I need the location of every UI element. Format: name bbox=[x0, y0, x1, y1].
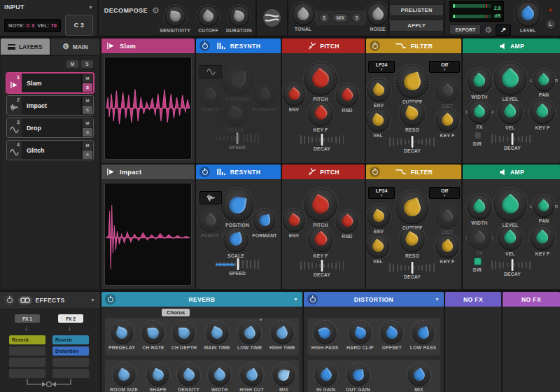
layer-item-impact[interactable]: 2ImpactMS bbox=[6, 95, 94, 115]
keyf-knob[interactable] bbox=[309, 102, 332, 125]
export-arrow-button[interactable]: ↗ bbox=[496, 24, 511, 36]
limiter-button[interactable]: L bbox=[545, 19, 556, 29]
noise-knob[interactable] bbox=[368, 4, 388, 24]
dir-toggle[interactable] bbox=[474, 258, 482, 265]
position-knob[interactable] bbox=[222, 64, 253, 94]
fx-slot-reverb[interactable]: Reverb bbox=[9, 335, 46, 344]
layer-solo-button[interactable]: S bbox=[83, 83, 92, 92]
layer-item-drop[interactable]: 3DropMS bbox=[6, 118, 94, 138]
reso-knob[interactable] bbox=[401, 228, 424, 251]
dist-knob[interactable] bbox=[437, 80, 458, 102]
resynth-power-button[interactable] bbox=[200, 167, 210, 177]
decay-slider[interactable] bbox=[389, 137, 435, 146]
env-knob[interactable] bbox=[368, 206, 389, 227]
solo-noise-button[interactable]: S bbox=[351, 13, 362, 23]
sensitivity-knob[interactable] bbox=[166, 7, 185, 26]
pitch-knob[interactable] bbox=[305, 64, 336, 94]
fx2-tab[interactable]: FX 2 bbox=[58, 314, 83, 323]
apply-button[interactable]: APPLY bbox=[389, 20, 444, 31]
layer-solo-button[interactable]: S bbox=[83, 106, 92, 114]
amp-header[interactable]: AMP bbox=[463, 38, 560, 53]
vel-knob[interactable] bbox=[368, 110, 388, 131]
keyf-knob[interactable] bbox=[309, 228, 332, 251]
layer-mute-button[interactable]: M bbox=[83, 74, 92, 83]
reverb-header[interactable]: REVERB ▼ bbox=[102, 292, 302, 307]
purity-knob[interactable] bbox=[200, 211, 220, 231]
predelay-knob[interactable] bbox=[112, 323, 132, 343]
high-pass-knob[interactable] bbox=[315, 323, 335, 343]
decay-slider-handle[interactable] bbox=[412, 136, 414, 148]
cutoff-knob[interactable] bbox=[199, 7, 218, 26]
mix-knob[interactable] bbox=[409, 365, 429, 385]
fx-slot-empty[interactable] bbox=[52, 358, 89, 367]
duration-knob[interactable] bbox=[230, 7, 248, 26]
layer-header-impact[interactable]: Impact bbox=[102, 164, 195, 179]
filter-power-button[interactable] bbox=[370, 167, 380, 177]
purity-knob[interactable] bbox=[200, 85, 220, 105]
pitch-knob[interactable] bbox=[305, 190, 336, 220]
resynth-header[interactable]: RESYNTH bbox=[196, 164, 281, 179]
decay-slider-handle[interactable] bbox=[412, 262, 414, 274]
speed-slider-handle[interactable] bbox=[237, 258, 239, 270]
decay-slider[interactable] bbox=[300, 135, 344, 144]
export-button[interactable]: EXPORT bbox=[449, 24, 481, 35]
vel-knob[interactable] bbox=[499, 227, 522, 249]
pan-knob[interactable] bbox=[534, 71, 554, 90]
high-cut-knob[interactable] bbox=[241, 365, 262, 385]
out-gain-knob[interactable] bbox=[348, 365, 368, 385]
dist_mode-dropdown[interactable]: Off▼ bbox=[429, 61, 460, 73]
filter-power-button[interactable] bbox=[370, 41, 380, 51]
filter-header[interactable]: FILTER bbox=[366, 38, 461, 53]
keyf-knob[interactable] bbox=[531, 101, 554, 123]
low-time-knob[interactable]: ▼ bbox=[239, 323, 260, 343]
layer-solo-button[interactable]: S bbox=[83, 150, 92, 159]
layer-item-glitch[interactable]: 4GlitchMS bbox=[6, 140, 94, 160]
type-dropdown[interactable]: LP24▼ bbox=[368, 187, 395, 199]
chorus-badge[interactable]: Chorus bbox=[162, 309, 190, 316]
level-knob[interactable] bbox=[495, 64, 526, 94]
prelisten-button[interactable]: PRELISTEN bbox=[389, 4, 444, 16]
low-pass-knob[interactable] bbox=[413, 323, 433, 343]
no-fx-3-header[interactable]: NO FX bbox=[445, 292, 501, 307]
cutoff-knob[interactable] bbox=[397, 66, 428, 97]
effects-power-button[interactable] bbox=[4, 295, 15, 305]
dir-toggle[interactable] bbox=[474, 132, 482, 139]
width-knob[interactable] bbox=[209, 365, 230, 385]
scale-knob[interactable] bbox=[225, 228, 248, 251]
decay-slider-handle[interactable] bbox=[512, 259, 514, 271]
density-knob[interactable] bbox=[178, 365, 199, 385]
keyf-knob[interactable] bbox=[531, 227, 554, 249]
amp-header[interactable]: AMP bbox=[463, 164, 560, 179]
position-knob[interactable] bbox=[222, 190, 253, 220]
fx-slot-distortion[interactable]: Distortion bbox=[52, 346, 89, 356]
effects-routing-icon[interactable] bbox=[18, 295, 32, 305]
layer-solo-button[interactable]: S bbox=[83, 128, 92, 136]
decay-slider[interactable] bbox=[389, 263, 435, 272]
keyf-knob[interactable] bbox=[437, 236, 458, 257]
decay-slider-handle[interactable] bbox=[321, 134, 323, 146]
cutoff-knob[interactable] bbox=[397, 192, 428, 223]
decay-slider-handle[interactable] bbox=[321, 260, 323, 272]
type-dropdown[interactable]: LP24▼ bbox=[368, 61, 395, 73]
fx-slot-reverb[interactable]: Reverb bbox=[52, 335, 89, 344]
width-knob[interactable] bbox=[468, 196, 491, 218]
env-knob[interactable] bbox=[284, 211, 304, 231]
scale-knob[interactable] bbox=[225, 102, 248, 125]
filter-header[interactable]: FILTER bbox=[366, 164, 461, 179]
in-gain-knob[interactable] bbox=[316, 365, 336, 385]
speed-slider[interactable] bbox=[216, 260, 259, 269]
effects-dropdown-icon[interactable]: ▼ bbox=[90, 298, 95, 302]
high-time-knob[interactable] bbox=[272, 323, 293, 343]
fx-slot-empty[interactable] bbox=[9, 358, 46, 367]
no-fx-4-header[interactable]: NO FX bbox=[503, 292, 560, 307]
layer-item-slam[interactable]: 1SlamMS bbox=[6, 73, 94, 93]
low-time-knob-dropdown-icon[interactable]: ▼ bbox=[259, 318, 262, 322]
mix-knob[interactable] bbox=[274, 365, 294, 385]
fx1-tab[interactable]: FX 1 bbox=[15, 314, 40, 323]
decay-slider[interactable] bbox=[300, 261, 344, 270]
formant-knob[interactable] bbox=[254, 211, 274, 231]
keyf-knob[interactable] bbox=[437, 110, 458, 131]
formant-knob[interactable] bbox=[254, 85, 274, 105]
decay-slider[interactable] bbox=[491, 260, 533, 270]
fx-slot-empty[interactable] bbox=[52, 369, 89, 378]
